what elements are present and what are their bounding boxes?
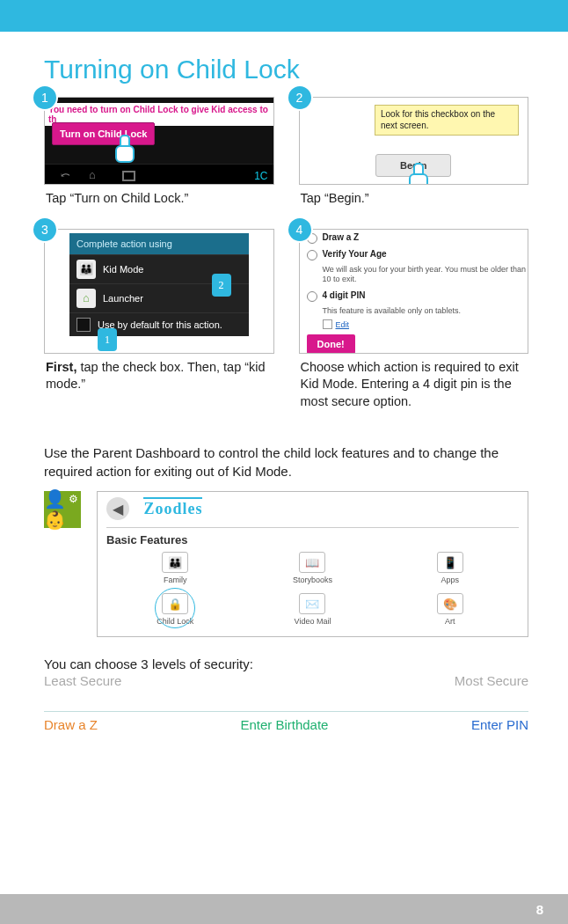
section-header: Basic Features	[106, 527, 519, 546]
step-4-caption: Choose which action is required to exit …	[301, 359, 528, 411]
feature-family[interactable]: 👪Family	[106, 552, 244, 584]
option-verify-age[interactable]: Verify Your Age	[300, 246, 528, 263]
default-label: Use by default for this action.	[98, 319, 222, 330]
step-1: 1 You need to turn on Child Lock to give…	[44, 97, 274, 220]
security-methods: Draw a Z Enter Birthdate Enter PIN	[44, 717, 528, 732]
gear-icon: ⚙	[69, 493, 78, 505]
option-verify-age-sub: We will ask you for your birth year. You…	[323, 265, 528, 285]
page-footer: 8	[0, 894, 568, 924]
step-2: 2 Look for this checkbox on the next scr…	[299, 97, 529, 220]
step-2-thumbnail: Look for this checkbox on the next scree…	[299, 97, 529, 185]
step-1-thumbnail: You need to turn on Child Lock to give K…	[44, 97, 274, 185]
chooser-header: Complete action using	[69, 233, 249, 254]
home-icon: ⌂	[89, 168, 96, 181]
kid-mode-icon: 👪	[76, 260, 96, 279]
option-draw-z[interactable]: Draw a Z	[300, 230, 528, 246]
family-icon: 👪	[162, 552, 188, 573]
tap-hand-icon	[405, 163, 428, 185]
top-bar	[0, 0, 568, 32]
tooltip-text: Look for this checkbox on the next scree…	[375, 105, 519, 136]
storybooks-icon: 📖	[299, 552, 325, 573]
default-checkbox[interactable]	[76, 318, 91, 332]
least-secure-label: Least Secure	[44, 673, 121, 688]
feature-grid: 👪Family 📖Storybooks 📱Apps 🔒Child Lock ✉️…	[106, 552, 519, 626]
turn-on-child-lock-button[interactable]: Turn on Child Lock	[52, 122, 155, 145]
use-default-row[interactable]: Use by default for this action.	[69, 312, 249, 336]
launcher-icon: ⌂	[76, 289, 96, 308]
most-secure-label: Most Secure	[455, 673, 528, 688]
step-2-caption: Tap “Begin.”	[301, 190, 528, 208]
step-4-thumbnail: Draw a Z Verify Your Age We will ask you…	[299, 229, 529, 354]
method-pin: Enter PIN	[471, 717, 528, 732]
edit-link[interactable]: Edit	[323, 319, 528, 329]
back-icon: ⤺	[61, 168, 70, 181]
feature-child-lock[interactable]: 🔒Child Lock	[106, 593, 244, 626]
step-3-caption: First, tap the check box. Then, tap “kid…	[46, 359, 273, 393]
divider	[44, 711, 528, 712]
page-title: Turning on Child Lock	[44, 55, 528, 84]
parent-dashboard-icon: 👤👶⚙	[44, 491, 81, 528]
security-intro: You can choose 3 levels of security:	[44, 656, 528, 671]
brand-label: Zoodles	[143, 497, 202, 518]
video-mail-icon: ✉️	[299, 593, 325, 614]
feature-apps[interactable]: 📱Apps	[382, 552, 519, 584]
recent-icon	[122, 171, 135, 181]
step-badge: 1	[32, 84, 58, 111]
page-number: 8	[536, 902, 543, 917]
step-4: 4 Draw a Z Verify Your Age We will ask y…	[299, 229, 529, 423]
method-birthdate: Enter Birthdate	[240, 717, 328, 732]
feature-video-mail[interactable]: ✉️Video Mail	[244, 593, 381, 626]
step-1-caption: Tap “Turn on Child Lock.”	[46, 190, 273, 208]
option-label: Launcher	[103, 293, 143, 304]
feature-art[interactable]: 🎨Art	[382, 593, 519, 626]
step-3: 3 Complete action using 👪 Kid Mode ⌂ Lau…	[44, 229, 274, 423]
option-pin[interactable]: 4 digit PIN	[300, 288, 528, 304]
tap-hand-icon	[112, 135, 135, 161]
done-button[interactable]: Done!	[307, 334, 355, 353]
apps-icon: 📱	[437, 552, 463, 573]
pointer-2: 2	[212, 274, 231, 297]
security-spectrum: Least Secure Most Secure	[44, 673, 528, 688]
step-badge: 2	[287, 84, 313, 111]
clock-text: 1C	[254, 170, 267, 182]
option-label: Kid Mode	[103, 264, 143, 275]
feature-storybooks[interactable]: 📖Storybooks	[244, 552, 381, 584]
option-pin-sub: This feature is available only on tablet…	[323, 306, 528, 316]
step-badge: 3	[32, 216, 58, 243]
step-3-thumbnail: Complete action using 👪 Kid Mode ⌂ Launc…	[44, 229, 274, 354]
back-icon[interactable]: ◀	[106, 497, 129, 520]
art-icon: 🎨	[437, 593, 463, 614]
step-badge: 4	[287, 216, 313, 243]
method-draw-z: Draw a Z	[44, 717, 98, 732]
pointer-1: 1	[98, 328, 117, 351]
child-lock-icon: 🔒	[162, 593, 188, 614]
dashboard-panel: ◀ Zoodles Basic Features 👪Family 📖Storyb…	[97, 491, 528, 637]
dashboard-intro: Use the Parent Dashboard to control the …	[44, 444, 528, 480]
